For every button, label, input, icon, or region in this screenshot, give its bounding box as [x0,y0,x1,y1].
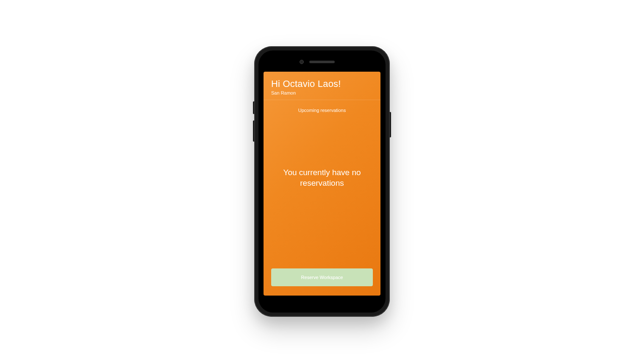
reserve-workspace-button[interactable]: Reserve Workspace [271,268,373,286]
button-container: Reserve Workspace [264,268,380,296]
phone-speaker [309,61,335,63]
front-camera [300,60,304,64]
location-text: San Ramon [271,90,373,95]
phone-bezel: Hi Octavio Laos! San Ramon Upcoming rese… [258,50,386,313]
phone-device-frame: Hi Octavio Laos! San Ramon Upcoming rese… [254,46,390,317]
volume-up-button [253,101,254,114]
section-title: Upcoming reservations [264,100,380,113]
app-screen: Hi Octavio Laos! San Ramon Upcoming rese… [264,72,380,296]
power-button [390,112,391,137]
app-header: Hi Octavio Laos! San Ramon [264,72,380,100]
empty-state-container: You currently have no reservations [264,113,380,268]
greeting-text: Hi Octavio Laos! [271,78,373,89]
empty-state-message: You currently have no reservations [276,168,368,188]
volume-down-button [253,120,254,142]
